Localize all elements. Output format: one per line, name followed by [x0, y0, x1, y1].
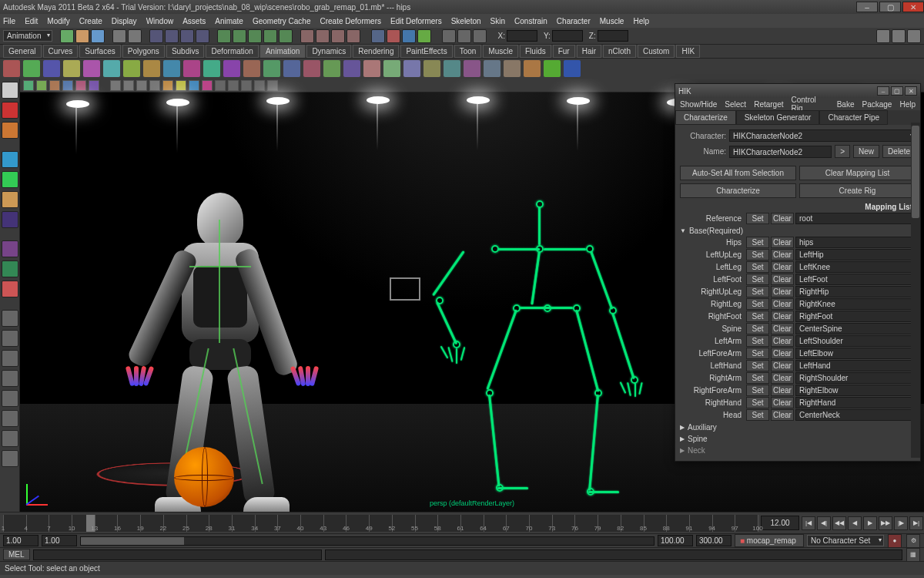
- move-tool-icon[interactable]: [2, 151, 18, 168]
- menu-character[interactable]: Character: [557, 17, 591, 25]
- rewind-end-icon[interactable]: ▶|: [909, 516, 923, 530]
- range-start-inner[interactable]: 1.00: [42, 535, 77, 546]
- redo-icon[interactable]: [128, 29, 142, 43]
- map-value[interactable]: RightShoulder: [795, 372, 916, 384]
- shelf-icon[interactable]: [343, 60, 360, 77]
- clearmap-button[interactable]: Clear Mapping List: [799, 166, 916, 180]
- hypershade-persp-icon[interactable]: [2, 410, 18, 427]
- map-value[interactable]: LeftHand: [795, 360, 916, 371]
- map-value[interactable]: LeftElbow: [795, 348, 916, 359]
- shelf-tab-animation[interactable]: Animation: [260, 45, 305, 58]
- outliner-persp-icon[interactable]: [2, 390, 18, 407]
- menu-geometry-cache[interactable]: Geometry Cache: [253, 17, 311, 25]
- vp-light-icon[interactable]: [176, 80, 186, 91]
- map-clear-button[interactable]: Clear: [771, 348, 794, 359]
- sel-object-icon[interactable]: [180, 29, 194, 43]
- vp-view-icon[interactable]: [23, 80, 34, 91]
- ref-value[interactable]: root: [795, 213, 916, 224]
- step-back-key-icon[interactable]: ◀|: [817, 516, 831, 530]
- history-icon[interactable]: [300, 29, 314, 43]
- hik-menu-help[interactable]: Help: [899, 100, 916, 109]
- tool-settings-icon[interactable]: [892, 29, 906, 43]
- map-set-button[interactable]: Set: [746, 397, 769, 408]
- single-pane-icon[interactable]: [2, 310, 18, 327]
- menu-create-deformers[interactable]: Create Deformers: [320, 17, 381, 25]
- map-set-button[interactable]: Set: [746, 261, 769, 273]
- last-tool-icon[interactable]: [2, 281, 18, 297]
- coord-y-input[interactable]: [552, 30, 583, 42]
- shelf-icon[interactable]: [303, 60, 320, 77]
- vp-res-icon[interactable]: [241, 80, 252, 91]
- menu-animate[interactable]: Animate: [215, 17, 243, 25]
- map-value[interactable]: RightHand: [795, 397, 916, 408]
- map-value[interactable]: hips: [795, 237, 916, 248]
- snap-live-icon[interactable]: [279, 29, 293, 43]
- menu-edit-deformers[interactable]: Edit Deformers: [390, 17, 442, 25]
- mode-dropdown[interactable]: Animation: [3, 30, 52, 42]
- shelf-icon[interactable]: [143, 60, 160, 77]
- map-value[interactable]: LeftHip: [795, 249, 916, 260]
- skeleton-rig[interactable]: [420, 185, 667, 512]
- script-persp-icon[interactable]: [2, 450, 18, 467]
- menu-edit[interactable]: Edit: [25, 17, 38, 25]
- paint-select-icon[interactable]: [2, 122, 18, 139]
- map-clear-button[interactable]: Clear: [771, 249, 794, 260]
- shelf-icon[interactable]: [383, 60, 400, 77]
- hik-menu-select[interactable]: Select: [725, 100, 746, 109]
- autokey-icon[interactable]: ●: [888, 534, 902, 548]
- map-value[interactable]: LeftKnee: [795, 261, 916, 273]
- undo-icon[interactable]: [112, 29, 126, 43]
- map-set-button[interactable]: Set: [746, 286, 769, 297]
- menu-assets[interactable]: Assets: [182, 17, 206, 25]
- vp-lighting-icon[interactable]: [49, 80, 60, 91]
- timeline-track[interactable]: 1471013161922252831343740434649525558616…: [3, 515, 758, 532]
- current-frame-field[interactable]: 12.00: [761, 516, 799, 530]
- vp-xray-icon[interactable]: [123, 80, 134, 91]
- snap-point-icon[interactable]: [248, 29, 262, 43]
- characterize-button[interactable]: Characterize: [680, 183, 796, 198]
- map-set-button[interactable]: Set: [746, 409, 769, 421]
- map-set-button[interactable]: Set: [746, 249, 769, 260]
- new-button[interactable]: New: [853, 145, 879, 158]
- map-clear-button[interactable]: Clear: [771, 372, 794, 384]
- prefs-icon[interactable]: ⚙: [906, 534, 920, 548]
- map-set-button[interactable]: Set: [746, 323, 769, 334]
- save-scene-icon[interactable]: [91, 29, 105, 43]
- vp-grid-icon[interactable]: [215, 80, 226, 91]
- two-pane-vert-icon[interactable]: [2, 370, 18, 387]
- vp-film-icon[interactable]: [228, 80, 239, 91]
- menu-window[interactable]: Window: [146, 17, 174, 25]
- outliner-icon[interactable]: [402, 29, 416, 43]
- range-slider[interactable]: [80, 536, 654, 546]
- new-scene-icon[interactable]: [60, 29, 74, 43]
- step-fwd-key-icon[interactable]: |▶: [894, 516, 908, 530]
- coord-x-input[interactable]: [507, 30, 537, 42]
- shelf-icon[interactable]: [183, 60, 200, 77]
- vp-shading-icon[interactable]: [36, 80, 47, 91]
- close-button[interactable]: ✕: [902, 2, 924, 12]
- shelf-tab-ncloth[interactable]: nCloth: [603, 45, 636, 58]
- vp-smooth-icon[interactable]: [149, 80, 160, 91]
- map-set-button[interactable]: Set: [746, 348, 769, 359]
- shelf-tab-polygons[interactable]: Polygons: [122, 45, 165, 58]
- range-start-outer[interactable]: 1.00: [3, 535, 38, 546]
- coord-z-input[interactable]: [598, 30, 628, 42]
- command-input[interactable]: [33, 549, 323, 560]
- four-pane-icon[interactable]: [2, 330, 18, 347]
- maximize-button[interactable]: ▢: [879, 2, 901, 12]
- anim-layer-dd[interactable]: ■ mocap_remap: [735, 534, 804, 547]
- universal-manip-icon[interactable]: [2, 211, 18, 228]
- map-clear-button[interactable]: Clear: [771, 385, 794, 396]
- autoset-button[interactable]: Auto-Set All from Selection: [680, 166, 796, 180]
- vp-isolate-icon[interactable]: [110, 80, 121, 91]
- layout-icon[interactable]: [371, 29, 385, 43]
- hik-menu-package[interactable]: Package: [862, 100, 892, 109]
- shelf-icon[interactable]: [43, 60, 60, 77]
- map-value[interactable]: RightHip: [795, 286, 916, 297]
- play-fwd-icon[interactable]: ▶: [863, 516, 877, 530]
- name-input[interactable]: HIKCharacterNode2: [729, 146, 832, 158]
- shelf-icon[interactable]: [424, 60, 440, 77]
- menu-muscle[interactable]: Muscle: [600, 17, 624, 25]
- ref-set-button[interactable]: Set: [746, 213, 769, 224]
- menu-help[interactable]: Help: [633, 17, 649, 25]
